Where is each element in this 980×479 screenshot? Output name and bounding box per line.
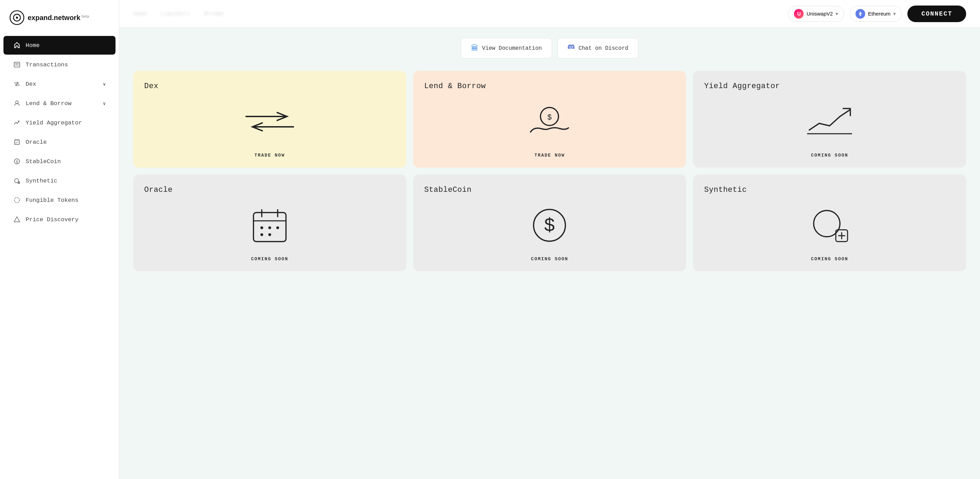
- discord-icon: [568, 43, 575, 53]
- dollar-circle-icon: $: [530, 206, 568, 244]
- card-yield-icon-area: [704, 96, 955, 147]
- sidebar-item-home-label: Home: [25, 42, 40, 49]
- beta-label: beta: [82, 14, 89, 18]
- cards-grid: Dex TRADE NOW Lend & Borrow: [133, 71, 966, 271]
- svg-point-38: [260, 233, 263, 236]
- svg-point-36: [268, 226, 271, 229]
- network-label: Ethereum: [868, 11, 891, 17]
- protocol-selector[interactable]: U UniswapV2 ▾: [788, 6, 844, 22]
- dex-chevron-icon: ∨: [103, 81, 106, 87]
- card-synthetic-action: COMING SOON: [704, 257, 955, 262]
- sidebar-item-home[interactable]: Home: [3, 36, 116, 55]
- sidebar-item-lend-label: Lend & Borrow: [25, 100, 72, 107]
- view-docs-button[interactable]: 🏛 View Documentation: [461, 38, 552, 59]
- sidebar-item-lend-borrow[interactable]: Lend & Borrow ∨: [3, 94, 116, 113]
- synthetic-card-icon: [809, 206, 850, 244]
- uniswap-icon: U: [794, 9, 803, 19]
- svg-marker-24: [859, 11, 862, 14]
- protocol-chevron-icon: ▾: [835, 11, 838, 17]
- ethereum-icon: [856, 9, 865, 19]
- sidebar-nav: Home Transactions Dex ∨ Lend & Borrow ∨: [0, 35, 119, 230]
- logo-text: expand.networkbeta: [28, 14, 89, 22]
- svg-rect-3: [14, 62, 20, 67]
- card-synthetic: Synthetic COMING SOON: [693, 174, 966, 271]
- sidebar-item-dex[interactable]: Dex ∨: [3, 75, 116, 93]
- dex-icon: [13, 80, 21, 88]
- sidebar-item-yield[interactable]: Yield Aggregator: [3, 113, 116, 132]
- card-dex-action: TRADE NOW: [144, 153, 395, 158]
- main-area: SwapLiquidityBridge U UniswapV2 ▾ Ethere…: [119, 0, 980, 479]
- svg-marker-23: [14, 217, 20, 222]
- transactions-icon: [13, 61, 21, 68]
- svg-text:$: $: [544, 214, 555, 235]
- svg-point-37: [276, 226, 279, 229]
- swap-icon: [242, 106, 298, 137]
- calendar-icon: [251, 206, 289, 244]
- card-stablecoin: StableCoin $ COMING SOON: [413, 174, 686, 271]
- network-chevron-icon: ▾: [893, 11, 896, 17]
- content-area: 🏛 View Documentation Chat on Discord Dex: [119, 28, 980, 479]
- svg-point-39: [268, 233, 271, 236]
- logo-icon: [10, 10, 24, 25]
- svg-point-15: [16, 143, 16, 144]
- card-oracle: Oracle COMING SOON: [133, 174, 406, 271]
- card-synthetic-title: Synthetic: [704, 186, 955, 194]
- card-dex-title: Dex: [144, 82, 395, 90]
- card-lend-borrow[interactable]: Lend & Borrow $ TRADE NOW: [413, 71, 686, 168]
- price-discovery-icon: [13, 216, 21, 223]
- card-stablecoin-title: StableCoin: [424, 186, 675, 194]
- card-yield: Yield Aggregator COMING SOON: [693, 71, 966, 168]
- svg-point-22: [14, 198, 20, 203]
- oracle-icon: [13, 138, 21, 146]
- svg-point-35: [260, 226, 263, 229]
- svg-text:$: $: [16, 160, 18, 164]
- protocol-label: UniswapV2: [807, 11, 833, 17]
- chart-up-icon: [802, 105, 857, 139]
- card-lend-action: TRADE NOW: [424, 153, 675, 158]
- connect-button[interactable]: CONNECT: [907, 6, 966, 22]
- sidebar-item-synthetic[interactable]: Synthetic: [3, 171, 116, 190]
- card-dex-icon-area: [144, 96, 395, 147]
- sidebar-item-synthetic-label: Synthetic: [25, 178, 57, 184]
- svg-point-2: [16, 17, 18, 19]
- doc-icon: 🏛: [471, 44, 479, 53]
- svg-text:$: $: [547, 113, 552, 121]
- network-selector[interactable]: Ethereum ▾: [850, 6, 902, 22]
- discord-label: Chat on Discord: [579, 45, 628, 51]
- svg-point-14: [18, 142, 18, 143]
- synthetic-icon: [13, 177, 21, 184]
- sidebar-item-transactions[interactable]: Transactions: [3, 55, 116, 74]
- sidebar-item-stablecoin[interactable]: $ StableCoin: [3, 152, 116, 171]
- sidebar-item-transactions-label: Transactions: [25, 62, 68, 68]
- card-lend-icon-area: $: [424, 96, 675, 147]
- lend-chevron-icon: ∨: [103, 101, 106, 106]
- sidebar-item-oracle[interactable]: Oracle: [3, 133, 116, 151]
- docs-label: View Documentation: [482, 45, 542, 51]
- sidebar-item-price-discovery[interactable]: Price Discovery: [3, 210, 116, 229]
- sidebar-item-yield-label: Yield Aggregator: [25, 120, 82, 126]
- card-stablecoin-icon-area: $: [424, 200, 675, 251]
- card-lend-title: Lend & Borrow: [424, 82, 675, 90]
- card-dex[interactable]: Dex TRADE NOW: [133, 71, 406, 168]
- svg-point-13: [17, 142, 17, 143]
- logo-area: expand.networkbeta: [0, 7, 119, 35]
- sidebar-item-fungible[interactable]: Fungible Tokens: [3, 191, 116, 209]
- home-icon: [13, 41, 21, 49]
- sidebar-item-dex-label: Dex: [25, 81, 36, 87]
- sidebar-item-price-label: Price Discovery: [25, 216, 78, 223]
- svg-point-12: [16, 142, 16, 143]
- stablecoin-icon: $: [13, 158, 21, 165]
- sidebar-item-oracle-label: Oracle: [25, 139, 47, 146]
- sidebar-item-fungible-label: Fungible Tokens: [25, 197, 78, 203]
- header-nav-blurred: SwapLiquidityBridge: [133, 11, 783, 17]
- svg-point-8: [16, 101, 18, 104]
- card-yield-title: Yield Aggregator: [704, 82, 955, 90]
- quick-links: 🏛 View Documentation Chat on Discord: [133, 38, 966, 59]
- header: SwapLiquidityBridge U UniswapV2 ▾ Ethere…: [119, 0, 980, 28]
- discord-button[interactable]: Chat on Discord: [557, 38, 638, 59]
- card-synthetic-icon-area: [704, 200, 955, 251]
- lend-borrow-icon: $: [527, 105, 572, 139]
- card-oracle-icon-area: [144, 200, 395, 251]
- lend-icon: [13, 100, 21, 107]
- card-stablecoin-action: COMING SOON: [424, 257, 675, 262]
